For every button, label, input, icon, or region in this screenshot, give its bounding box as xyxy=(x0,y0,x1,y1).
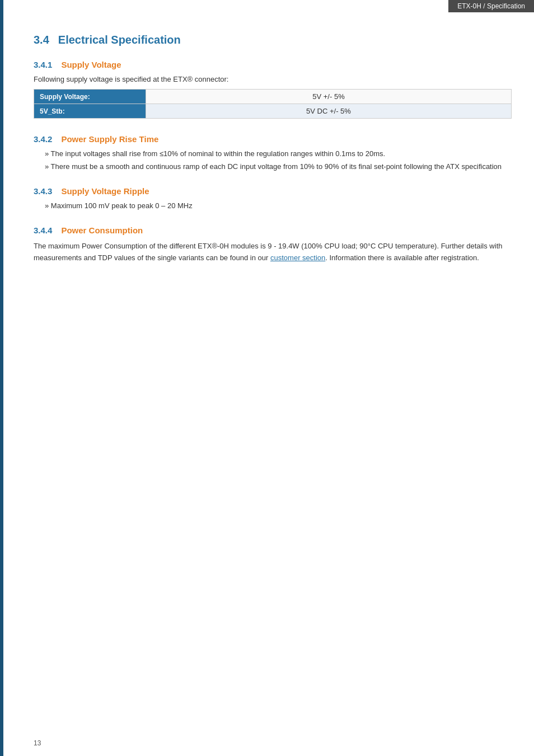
table-cell-label: Supply Voltage: xyxy=(34,90,146,104)
subsection-3-4-4-number: 3.4.4 xyxy=(34,226,52,235)
subsection-3-4-3-label: Supply Voltage Ripple xyxy=(61,186,149,196)
subsection-3-4-4: 3.4.4 Power Consumption The maximum Powe… xyxy=(34,226,512,264)
rise-time-bullet-2: » There must be a smooth and continuous … xyxy=(34,162,512,171)
table-cell-value: 5V DC +/- 5% xyxy=(146,104,512,119)
subsection-3-4-3-title: 3.4.3 Supply Voltage Ripple xyxy=(34,186,512,196)
subsection-3-4-1-label: Supply Voltage xyxy=(61,60,121,69)
page-number: 13 xyxy=(34,739,41,747)
table-row: Supply Voltage: 5V +/- 5% xyxy=(34,90,512,104)
rise-time-bullet-1: » The input voltages shall rise from ≤10… xyxy=(34,149,512,158)
table-cell-value: 5V +/- 5% xyxy=(146,90,512,104)
subsection-3-4-1: 3.4.1 Supply Voltage Following supply vo… xyxy=(34,60,512,119)
left-accent-bar xyxy=(0,0,3,756)
subsection-3-4-4-label: Power Consumption xyxy=(61,226,143,235)
power-consumption-text-after: . Information there is available after r… xyxy=(325,253,479,262)
main-content: 3.4 Electrical Specification 3.4.1 Suppl… xyxy=(34,0,512,313)
subsection-3-4-2-label: Power Supply Rise Time xyxy=(61,134,158,144)
supply-voltage-intro: Following supply voltage is specified at… xyxy=(34,75,512,83)
subsection-3-4-1-number: 3.4.1 xyxy=(34,60,52,69)
subsection-3-4-3: 3.4.3 Supply Voltage Ripple » Maximum 10… xyxy=(34,186,512,210)
subsection-3-4-2: 3.4.2 Power Supply Rise Time » The input… xyxy=(34,134,512,171)
section-label: Electrical Specification xyxy=(58,34,181,46)
subsection-3-4-1-title: 3.4.1 Supply Voltage xyxy=(34,60,512,69)
supply-voltage-table: Supply Voltage: 5V +/- 5% 5V_Stb: 5V DC … xyxy=(34,89,512,119)
subsection-3-4-3-number: 3.4.3 xyxy=(34,186,52,196)
customer-section-link[interactable]: customer section xyxy=(270,253,325,262)
power-consumption-body: The maximum Power Consumption of the dif… xyxy=(34,241,512,264)
table-row: 5V_Stb: 5V DC +/- 5% xyxy=(34,104,512,119)
page-number-text: 13 xyxy=(34,739,41,747)
breadcrumb: ETX-0H / Specification xyxy=(448,0,534,12)
subsection-3-4-2-title: 3.4.2 Power Supply Rise Time xyxy=(34,134,512,144)
table-cell-label: 5V_Stb: xyxy=(34,104,146,119)
ripple-bullet-1: » Maximum 100 mV peak to peak 0 – 20 MHz xyxy=(34,201,512,210)
breadcrumb-text: ETX-0H / Specification xyxy=(457,2,525,10)
section-3-4-title: 3.4 Electrical Specification xyxy=(34,34,512,46)
subsection-3-4-4-title: 3.4.4 Power Consumption xyxy=(34,226,512,235)
section-number: 3.4 xyxy=(34,34,49,46)
subsection-3-4-2-number: 3.4.2 xyxy=(34,134,52,144)
